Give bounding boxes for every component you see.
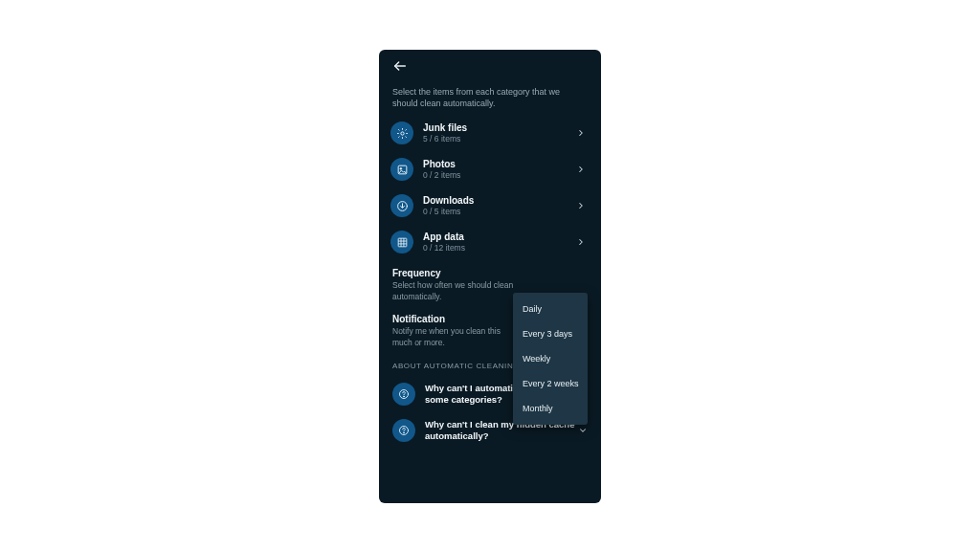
svg-point-14 — [404, 432, 405, 433]
frequency-option-monthly[interactable]: Monthly — [513, 396, 588, 421]
download-icon — [390, 194, 413, 217]
svg-rect-6 — [398, 238, 407, 247]
category-downloads[interactable]: Downloads 0 / 5 items — [389, 187, 591, 224]
category-app-data[interactable]: App data 0 / 12 items — [389, 224, 591, 260]
category-title: App data — [423, 231, 574, 242]
svg-point-3 — [400, 167, 402, 169]
arrow-left-icon — [392, 58, 408, 74]
gear-icon — [390, 121, 413, 144]
category-title: Junk files — [423, 122, 574, 133]
svg-point-12 — [404, 396, 405, 397]
chevron-right-icon — [574, 128, 588, 138]
frequency-dropdown: Daily Every 3 days Weekly Every 2 weeks … — [513, 293, 588, 425]
intro-section: Select the items from each category that… — [379, 82, 601, 109]
frequency-option-weekly[interactable]: Weekly — [513, 346, 588, 371]
help-icon — [392, 383, 415, 406]
category-title: Downloads — [423, 195, 574, 206]
chevron-down-icon — [578, 426, 588, 435]
category-photos[interactable]: Photos 0 / 2 items — [389, 151, 591, 187]
help-icon — [392, 419, 415, 442]
frequency-title: Frequency — [392, 268, 588, 278]
category-subtitle: 0 / 5 items — [423, 207, 574, 216]
top-bar — [379, 50, 601, 82]
back-button[interactable] — [389, 55, 412, 77]
frequency-option-every-3-days[interactable]: Every 3 days — [513, 321, 588, 346]
chevron-right-icon — [574, 201, 588, 210]
settings-screen: Select the items from each category that… — [379, 50, 601, 503]
category-title: Photos — [423, 159, 574, 169]
grid-icon — [390, 231, 413, 253]
image-icon — [390, 158, 413, 181]
svg-point-1 — [400, 132, 403, 135]
category-junk-files[interactable]: Junk files 5 / 6 items — [389, 115, 591, 151]
frequency-option-every-2-weeks[interactable]: Every 2 weeks — [513, 371, 588, 396]
chevron-right-icon — [574, 237, 588, 247]
chevron-right-icon — [574, 165, 588, 174]
category-list: Junk files 5 / 6 items Photos 0 / 2 item… — [379, 109, 601, 260]
category-subtitle: 0 / 2 items — [423, 170, 574, 180]
category-subtitle: 0 / 12 items — [423, 243, 574, 253]
intro-text: Select the items from each category that… — [392, 86, 588, 109]
frequency-option-daily[interactable]: Daily — [513, 297, 588, 321]
category-subtitle: 5 / 6 items — [423, 134, 574, 143]
